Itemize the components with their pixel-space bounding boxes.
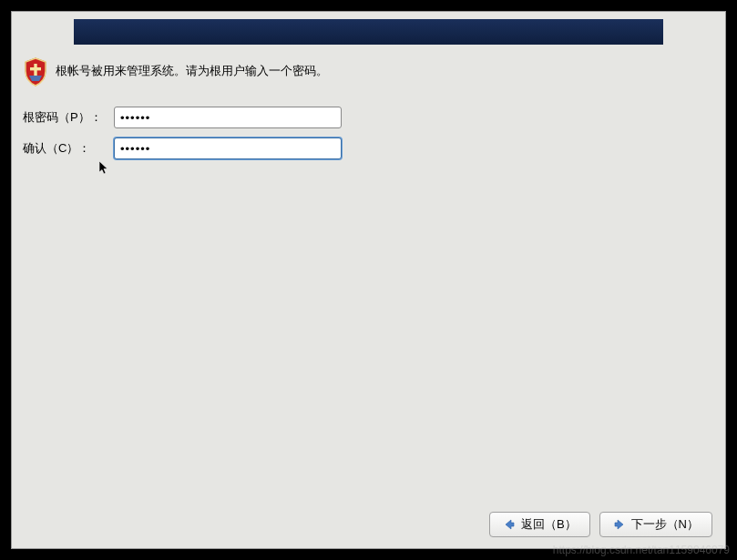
shield-icon — [23, 57, 48, 87]
content-area: 根帐号被用来管理系统。请为根用户输入一个密码。 根密码（P）： 确认（C）： — [21, 57, 716, 168]
header-bar — [74, 19, 663, 45]
password-row: 根密码（P）： — [21, 107, 716, 128]
svg-rect-1 — [30, 67, 41, 70]
confirm-row: 确认（C）： — [21, 137, 716, 159]
watermark-text: https://blog.csdn.net/tan1159046079 — [553, 544, 730, 556]
confirm-password-input[interactable] — [114, 137, 342, 159]
arrow-left-icon — [503, 518, 516, 531]
cursor-pointer-icon — [99, 161, 110, 176]
confirm-label: 确认（C）： — [23, 140, 114, 157]
instruction-row: 根帐号被用来管理系统。请为根用户输入一个密码。 — [21, 57, 716, 87]
footer-buttons: 返回（B） 下一步（N） — [489, 512, 712, 537]
password-label: 根密码（P）： — [23, 109, 114, 126]
next-button[interactable]: 下一步（N） — [599, 512, 712, 537]
next-button-label: 下一步（N） — [631, 516, 699, 533]
root-password-input[interactable] — [114, 107, 342, 128]
back-button-label: 返回（B） — [521, 516, 577, 533]
instruction-text: 根帐号被用来管理系统。请为根用户输入一个密码。 — [56, 57, 328, 79]
back-button[interactable]: 返回（B） — [489, 512, 590, 537]
installer-window: 根帐号被用来管理系统。请为根用户输入一个密码。 根密码（P）： 确认（C）： 返… — [11, 11, 726, 549]
arrow-right-icon — [613, 518, 626, 531]
